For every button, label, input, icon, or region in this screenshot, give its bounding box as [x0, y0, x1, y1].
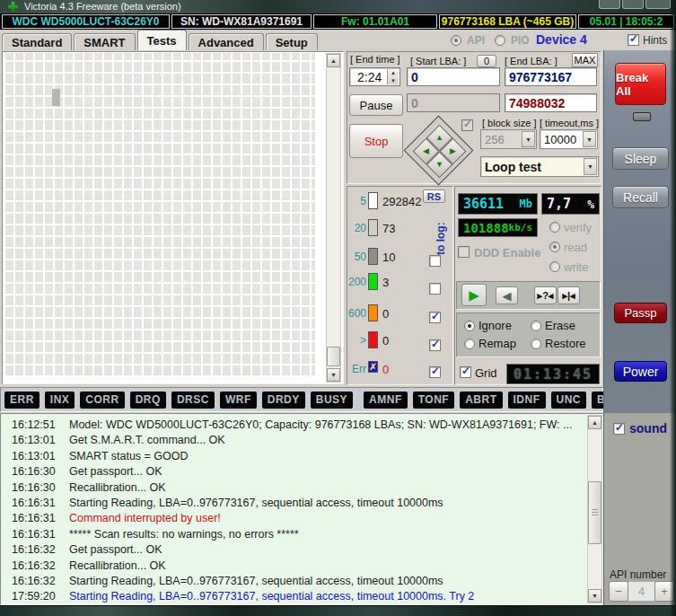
mb-display: 36611 Mb: [458, 193, 538, 215]
bucket-label: 20: [348, 222, 366, 234]
log-panel: 16:12:51Model: WDC WD5000LUCT-63C26Y0; C…: [0, 413, 603, 605]
seek-pad: ▲ ◀ ▶ ▼: [412, 124, 468, 180]
end-time-spinner[interactable]: 2:24 ▲ ▼: [349, 67, 400, 86]
sleep-button[interactable]: Sleep: [612, 147, 669, 170]
log-row: 16:16:32Starting Reading, LBA=0..9767731…: [1, 575, 602, 590]
write-radio[interactable]: [549, 261, 560, 272]
seek-question-button[interactable]: ▸?◂: [534, 286, 557, 304]
verify-radio[interactable]: [549, 222, 560, 233]
start-lba-zero-button[interactable]: 0: [477, 55, 496, 67]
break-all-button[interactable]: Break All: [615, 63, 666, 105]
scroll-up-icon[interactable]: ▲: [588, 416, 601, 429]
dropdown-arrow-icon[interactable]: ▼: [584, 158, 597, 175]
bucket-swatch: [368, 248, 378, 265]
start-lba-input[interactable]: 0: [407, 67, 500, 86]
recall-button[interactable]: Recall: [612, 186, 669, 208]
restore-label: Restore: [545, 337, 586, 350]
verify-label: verify: [564, 221, 592, 234]
api-minus-button[interactable]: −: [609, 581, 628, 602]
pause-button[interactable]: Pause: [349, 94, 403, 116]
read-radio[interactable]: [549, 242, 560, 252]
ddd-enable-checkbox[interactable]: [458, 246, 470, 258]
log-row: 16:16:31***** Scan results: no warnings,…: [1, 528, 602, 543]
back-button[interactable]: ◀: [496, 286, 518, 304]
rs-button[interactable]: RS: [423, 189, 445, 203]
scroll-up-icon[interactable]: ▲: [327, 54, 340, 67]
erase-radio[interactable]: [531, 321, 541, 331]
spinner-up-icon[interactable]: ▲: [391, 70, 396, 75]
dropdown-arrow-icon[interactable]: ▼: [522, 131, 535, 147]
api-plus-button[interactable]: +: [654, 581, 674, 602]
seek-checkbox[interactable]: [461, 119, 473, 131]
remap-radio[interactable]: [464, 339, 475, 349]
timeout-select[interactable]: 10000 ▼: [540, 129, 598, 149]
test-mode-value: Loop test: [485, 160, 541, 174]
flag-drq: DRQ: [130, 392, 166, 409]
grid-checkbox[interactable]: [460, 366, 471, 378]
log-scrollbar[interactable]: ▲ ▼: [587, 415, 602, 603]
log-row: 16:16:32Recallibration... OK: [1, 559, 602, 575]
play-button[interactable]: ▶: [461, 284, 487, 306]
write-label: write: [564, 260, 588, 274]
scrollbar-thumb[interactable]: [327, 347, 340, 366]
maximize-button[interactable]: [622, 0, 644, 9]
scrollbar-thumb[interactable]: [588, 481, 601, 544]
api-radio[interactable]: [451, 35, 461, 46]
to-log-checkbox-max[interactable]: [429, 339, 441, 351]
seek-end-icon: ▸|◂: [562, 290, 575, 302]
sound-label: sound: [629, 421, 667, 436]
bucket-count: 0: [382, 307, 389, 321]
to-log-label: to log:: [435, 205, 447, 255]
scroll-down-icon[interactable]: ▼: [588, 589, 601, 603]
scroll-down-icon[interactable]: ▼: [327, 368, 340, 382]
tab-tests[interactable]: Tests: [137, 30, 187, 50]
thumb-grip: [592, 509, 598, 516]
test-mode-select[interactable]: Loop test ▼: [480, 156, 599, 177]
api-number-stepper: − 4 +: [609, 581, 674, 602]
bucket-count: 10: [382, 251, 395, 264]
close-button[interactable]: [645, 0, 671, 9]
sound-checkbox[interactable]: [613, 423, 625, 435]
monitor-panel: 36611 Mb 7,7 % 101888 kb/s verify read w…: [454, 186, 601, 385]
end-lba-input[interactable]: 976773167: [505, 67, 597, 86]
passport-button[interactable]: Passp: [614, 303, 667, 323]
to-log-checkbox-200[interactable]: [429, 283, 441, 295]
power-button[interactable]: Power: [614, 361, 667, 382]
to-log-checkbox-600[interactable]: [429, 312, 441, 323]
api-number-label: API number: [610, 568, 666, 581]
max-button[interactable]: MAX: [572, 53, 598, 67]
seek-question-icon: ▸?◂: [538, 290, 554, 302]
ignore-radio[interactable]: [464, 321, 475, 331]
spinner-down-icon[interactable]: ▼: [391, 78, 396, 84]
dropdown-arrow-icon[interactable]: ▼: [583, 131, 596, 147]
tab-bar: Standard SMART Tests Advanced Setup API …: [0, 30, 676, 50]
flag-amnf: AMNF: [364, 392, 408, 409]
pio-radio[interactable]: [495, 35, 505, 46]
stop-button[interactable]: Stop: [349, 124, 403, 158]
hints-checkbox[interactable]: [628, 34, 639, 46]
flag-unc: UNC: [551, 392, 587, 409]
restore-radio[interactable]: [531, 339, 541, 349]
tab-advanced[interactable]: Advanced: [189, 33, 264, 50]
erase-label: Erase: [545, 319, 575, 332]
seek-end-button[interactable]: ▸|◂: [557, 286, 580, 304]
start-lba-label: [ Start LBA: ]: [410, 56, 466, 66]
tab-smart[interactable]: SMART: [74, 33, 135, 50]
scan-map-scrollbar[interactable]: ▲ ▼: [326, 53, 341, 383]
log-message: Command interrupted by user!: [69, 512, 221, 527]
scan-active-cell: [52, 89, 60, 106]
log-message: Get passport... OK: [69, 543, 162, 559]
grid-label: Grid: [475, 366, 497, 380]
minimize-button[interactable]: [599, 0, 620, 9]
block-size-select[interactable]: 256 ▼: [480, 129, 537, 149]
end-lba-label: [ End LBA: ]: [505, 56, 557, 66]
tab-setup[interactable]: Setup: [266, 33, 318, 50]
elapsed-timer: 01:13:45: [506, 364, 600, 384]
to-log-checkbox-err[interactable]: [429, 366, 441, 378]
log-message: Starting Reading, LBA=0..976773167, sequ…: [69, 497, 443, 512]
tab-standard[interactable]: Standard: [2, 33, 72, 50]
drive-model: WDC WD5000LUCT-63C26Y0: [2, 14, 170, 29]
bucket-label: 200: [348, 276, 366, 288]
log-time: 16:16:30: [1, 465, 69, 480]
to-log-checkbox-50[interactable]: [429, 255, 441, 267]
